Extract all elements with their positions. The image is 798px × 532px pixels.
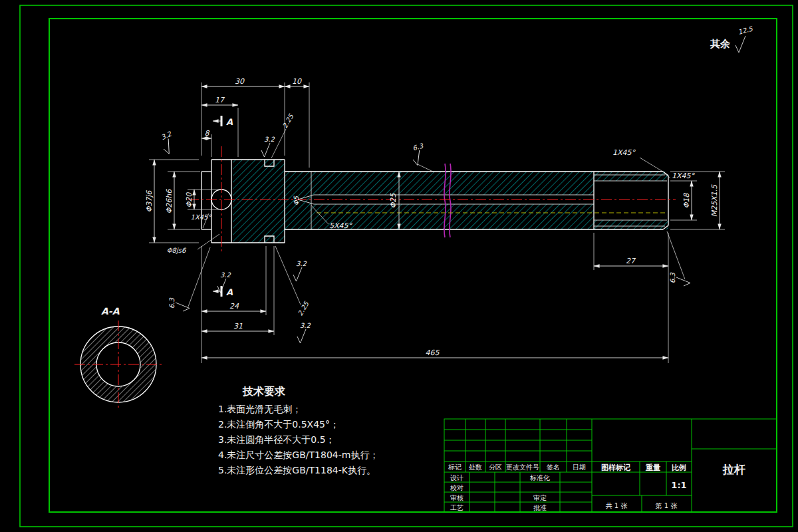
tb-role: 校对 <box>450 484 464 491</box>
tech-item: 5.未注形位公差按GB/T1184-K执行。 <box>218 465 376 475</box>
roughness-value: 6.3 <box>412 142 424 152</box>
tb-header: 标记 <box>448 464 462 471</box>
dim-10: 10 <box>292 77 302 86</box>
tb-header: 签名 <box>547 464 560 471</box>
dim-dia8: Φ8js6 <box>167 247 187 255</box>
roughness-icon: 12.5 <box>735 25 754 53</box>
section-mark-bottom: A <box>226 287 233 297</box>
roughness-value: 3.2 <box>296 260 307 267</box>
roughness-icon: 3.2 <box>297 322 311 343</box>
roughness-icon: 6.3 <box>168 297 190 311</box>
dim-dia20: Φ20 <box>185 192 194 208</box>
roughness-icon: 3.2 <box>293 260 307 281</box>
tb-sheet-no: 第 1 张 <box>656 502 678 509</box>
tb-sheets-total: 共 1 张 <box>606 502 628 509</box>
roughness-value: 3.2 <box>220 271 231 279</box>
dim-chamfer-left: 1X45° <box>191 213 212 221</box>
roughness-icon: 6.3 <box>409 142 428 166</box>
section-view-aa: A-A <box>74 306 163 408</box>
dim-groove-top: 2.25 <box>281 112 295 129</box>
corner-note-value: 12.5 <box>737 25 754 36</box>
roughness-value: 6.3 <box>168 297 176 309</box>
tb-role: 标准化 <box>529 474 550 481</box>
dim-dia26: Φ26h6 <box>165 189 174 214</box>
section-cut-marks: A A <box>213 116 233 297</box>
tb-role: 审核 <box>450 494 464 501</box>
roughness-value: 3.2 <box>160 130 173 141</box>
tb-header: 处数 <box>469 464 482 471</box>
tb-part-name: 拉杆 <box>722 463 745 476</box>
dim-dia5: Φ5 <box>293 196 300 205</box>
roughness-icon: 6.3 <box>669 272 690 286</box>
dim-chamfer-right: 1X45° <box>672 172 696 180</box>
cad-drawing-page: 30 10 17 8 2.25 2.25 Φ37j6 Φ26h6 Φ20 Φ8j… <box>0 0 798 532</box>
tb-role: 设计 <box>450 474 464 481</box>
dim-dia25: Φ25 <box>389 193 398 209</box>
dim-chamfer-bore: 5X45° <box>329 221 353 230</box>
roughness-icon: 3.2 <box>158 130 179 155</box>
section-view-label: A-A <box>101 306 120 317</box>
dim-17: 17 <box>215 96 225 104</box>
roughness-value: 3.2 <box>264 136 275 143</box>
border-frame <box>20 5 793 527</box>
tb-role: 工艺 <box>450 504 464 511</box>
tb-role: 审定 <box>533 494 547 501</box>
dim-30: 30 <box>235 77 245 86</box>
dim-465: 465 <box>426 348 440 357</box>
tb-mark-header: 图样标记 <box>601 464 630 472</box>
dim-thread: M25X1.5 <box>710 184 719 217</box>
roughness-value: 6.3 <box>669 272 676 283</box>
tb-scale-header: 比例 <box>672 464 686 472</box>
dim-groove-bottom: 2.25 <box>297 300 311 317</box>
title-block: 标记 处数 分区 更改文件号 签名 日期 设计 校对 审核 工艺 标准化 审定 … <box>444 419 777 512</box>
tech-requirements: 技术要求 1.表面光滑无毛刺； 2.未注倒角不大于0.5X45°； 3.未注圆角… <box>218 385 378 475</box>
dim-8: 8 <box>205 129 210 138</box>
roughness-icon: 3.2 <box>261 136 275 157</box>
corner-note-label: 其余 <box>710 38 731 50</box>
tech-item: 2.未注倒角不大于0.5X45°； <box>218 419 339 430</box>
corner-note: 其余 12.5 <box>710 25 754 53</box>
tech-item: 4.未注尺寸公差按GB/T1804-m执行； <box>218 450 378 460</box>
tech-title: 技术要求 <box>242 385 286 398</box>
dim-31: 31 <box>233 322 243 331</box>
tb-header: 更改文件号 <box>506 464 539 471</box>
tb-header: 分区 <box>489 464 502 471</box>
tb-scale-value: 1:1 <box>671 480 686 490</box>
tech-item: 3.未注圆角半径不大于0.5； <box>218 434 335 445</box>
section-mark-top: A <box>226 117 233 127</box>
tb-weight-header: 重量 <box>645 464 660 472</box>
dim-dia18: Φ18 <box>682 193 691 209</box>
drawing-canvas: 30 10 17 8 2.25 2.25 Φ37j6 Φ26h6 Φ20 Φ8j… <box>0 0 798 532</box>
tb-header: 日期 <box>573 464 586 471</box>
dim-chamfer-top-right: 1X45° <box>612 148 636 157</box>
dim-27: 27 <box>626 257 636 265</box>
tb-role: 批准 <box>533 504 547 511</box>
tech-item: 1.表面光滑无毛刺； <box>218 404 301 414</box>
roughness-value: 3.2 <box>300 322 311 329</box>
dim-dia37: Φ37j6 <box>145 190 154 213</box>
dim-24: 24 <box>229 302 239 311</box>
